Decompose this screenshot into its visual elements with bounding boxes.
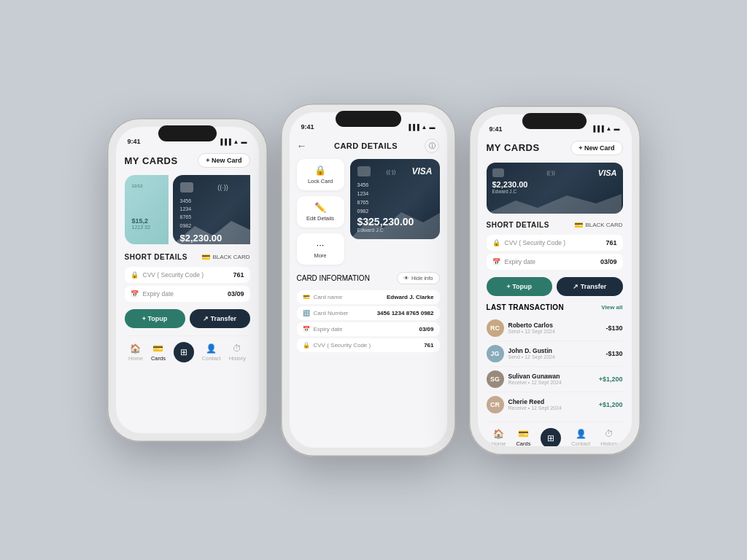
expiry-label-1: Expiry date [143, 290, 174, 298]
new-card-button-3[interactable]: + New Card [570, 141, 622, 155]
transaction-item-1[interactable]: JG John D. Gustin Send • 12 Sept 2024 -$… [487, 341, 623, 367]
expiry-row-1: 📅 Expiry date 03/09 [125, 286, 250, 302]
transaction-info-3: Cherie Reed Receive • 12 Sept 2024 [508, 398, 595, 411]
transaction-sub-0: Send • 12 Sept 2024 [508, 329, 602, 334]
nav-history-1[interactable]: ⏱ History [229, 343, 246, 362]
cvv-info-icon: 🔒 [303, 342, 310, 349]
topup-button-1[interactable]: + Topup [125, 309, 185, 328]
hide-info-button[interactable]: 👁 Hide info [397, 272, 440, 284]
edit-details-action[interactable]: ✏️ Edit Details [297, 196, 344, 228]
avatar-0: RC [487, 319, 504, 337]
new-card-button-1[interactable]: + New Card [198, 153, 249, 168]
card-name-value: Edward J. Clarke [387, 294, 433, 300]
black-card-badge-3: 💳 BLACK CARD [574, 221, 622, 229]
phone-1-screen: 9:41 ▐▐▐ ▲ ▬ MY CARDS + New Card [116, 127, 259, 433]
nav-contact-label-3: Contact [571, 440, 590, 446]
phone-1-content: MY CARDS + New Card 12/12 $15,2 1213 32 [116, 153, 259, 373]
transaction-name-0: Roberto Carlos [508, 322, 602, 329]
lock-card-icon: 🔒 [314, 165, 326, 176]
card-mountain-bg [173, 215, 250, 244]
transfer-button-3[interactable]: ↗ Transfer [557, 277, 623, 296]
more-label: More [314, 252, 326, 259]
transaction-info-0: Roberto Carlos Send • 12 Sept 2024 [508, 322, 602, 334]
cvv-value-3: 761 [605, 239, 616, 246]
card-number-row: 🔢 Card Number 3456 1234 8765 0982 [297, 306, 440, 320]
cvv-row-3: 🔒 CVV ( Security Code ) 761 [487, 235, 623, 251]
p2-card: ((·)) VISA 3456 1234 8765 0982 $325,230.… [350, 159, 440, 239]
p2-chip-icon [357, 166, 371, 176]
nav-cards-1[interactable]: 💳 Cards [151, 343, 166, 362]
nav-contact-1[interactable]: 👤 Contact [202, 343, 221, 362]
nav-history-3[interactable]: ⏱ History [600, 429, 617, 446]
phones-container: 9:41 ▐▐▐ ▲ ▬ MY CARDS + New Card [107, 104, 640, 456]
more-action[interactable]: ··· More [297, 233, 344, 265]
signal-icon-2: ▐▐▐ [407, 124, 419, 131]
topup-button-3[interactable]: + Topup [487, 277, 553, 296]
card-info-title: CARD INFORMATION [297, 274, 370, 282]
lock-card-label: Lock Card [308, 178, 333, 184]
phone-3-content: MY CARDS + New Card ((·)) VISA $2, [478, 141, 632, 446]
history-icon-1: ⏱ [233, 343, 241, 354]
cvv-label-left-3: 🔒 CVV ( Security Code ) [492, 239, 566, 246]
transaction-item-2[interactable]: SG Sulivan Gunawan Receive • 12 Sept 202… [487, 367, 623, 392]
card-number-value: 3456 1234 8765 0982 [377, 310, 434, 316]
lock-icon-1: 🔒 [131, 271, 139, 279]
notch-3 [522, 113, 587, 129]
dark-card[interactable]: ((·)) VISA 3456 1234 8765 0982 $2,230.00… [173, 175, 250, 244]
wifi-icon-3: ▲ [606, 125, 612, 132]
info-button-2[interactable]: ⓘ [425, 139, 439, 153]
avatar-1: JG [487, 345, 504, 362]
calendar-icon-1: 📅 [131, 290, 139, 298]
nav-cards-3[interactable]: 💳 Cards [516, 429, 530, 446]
p2-wifi-icon: ((·)) [387, 168, 396, 175]
chip-icon [180, 182, 193, 192]
nav-contact-3[interactable]: 👤 Contact [571, 429, 590, 446]
card-name-row-left: 💳 Card name [303, 294, 343, 300]
transaction-name-1: John D. Gustin [508, 347, 602, 354]
transaction-item-3[interactable]: CR Cherie Reed Receive • 12 Sept 2024 +$… [487, 392, 623, 417]
page-title-2: CARD DETAILS [334, 141, 398, 150]
wifi-pay-icon: ((·)) [217, 184, 228, 191]
p3-card[interactable]: ((·)) VISA $2,230.00 Edward J.C [487, 163, 623, 214]
wifi-icon-1: ▲ [233, 139, 239, 145]
p2-num-2: 1234 [357, 190, 433, 198]
expiry-label-left-1: 📅 Expiry date [131, 290, 174, 298]
nav-scan-3[interactable]: ⊞ [541, 428, 561, 446]
cvv-value-1: 761 [233, 271, 244, 279]
nav-contact-label-1: Contact [202, 355, 221, 362]
p3-balance: $2,230.00 [492, 180, 617, 189]
signal-icon-1: ▐▐▐ [219, 139, 231, 145]
teal-card[interactable]: 12/12 $15,2 1213 32 [125, 175, 169, 244]
transaction-info-1: John D. Gustin Send • 12 Sept 2024 [508, 347, 602, 359]
card-badge-icon-1: 💳 [201, 253, 210, 261]
p2-card-mountain [350, 206, 440, 239]
nav-scan-1[interactable]: ⊞ [174, 342, 194, 362]
battery-icon-3: ▬ [614, 125, 620, 132]
p3-card-mountain [487, 192, 622, 214]
nav-home-3[interactable]: 🏠 Home [491, 429, 506, 446]
contact-icon-3: 👤 [576, 429, 587, 439]
transaction-header: LAST TRANSACTION View all [487, 303, 623, 311]
black-card-badge-1: 💳 BLACK CARD [201, 253, 249, 261]
phone-2-screen: 9:41 ▐▐▐ ▲ ▬ ← CARD DETAILS ⓘ [290, 112, 447, 448]
cards-carousel-1[interactable]: 12/12 $15,2 1213 32 ((·)) VISA [125, 175, 250, 244]
view-all-link[interactable]: View all [601, 304, 622, 311]
svg-marker-1 [350, 210, 440, 239]
edit-icon: ✏️ [314, 202, 326, 213]
transaction-amount-2: +$1,200 [599, 376, 623, 383]
transaction-sub-2: Receive • 12 Sept 2024 [508, 380, 595, 385]
card-name-label: Card name [314, 294, 343, 300]
cards-icon-3: 💳 [518, 429, 529, 439]
cvv-label-1: CVV ( Security Code ) [143, 271, 204, 279]
nav-home-1[interactable]: 🏠 Home [128, 343, 143, 362]
expiry-info-label: Expiry date [314, 326, 343, 332]
transfer-button-1[interactable]: ↗ Transfer [190, 309, 250, 328]
card-info-header: CARD INFORMATION 👁 Hide info [297, 272, 440, 284]
card-name-row: 💳 Card name Edward J. Clarke [297, 290, 440, 304]
lock-card-action[interactable]: 🔒 Lock Card [297, 159, 344, 190]
cards-icon-1: 💳 [152, 343, 163, 354]
nav-cards-label-1: Cards [151, 355, 166, 362]
avatar-3: CR [487, 396, 504, 413]
back-button-2[interactable]: ← [297, 140, 307, 152]
transaction-item-0[interactable]: RC Roberto Carlos Send • 12 Sept 2024 -$… [487, 316, 623, 341]
